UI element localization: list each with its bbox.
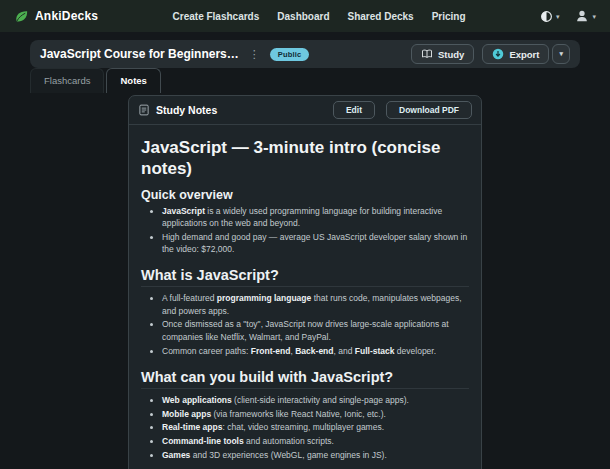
top-navbar: AnkiDecks Create Flashcards Dashboard Sh…	[0, 0, 610, 32]
deck-tabs: Flashcards Notes	[30, 68, 161, 93]
theme-toggle-button[interactable]: ▾	[540, 10, 560, 23]
note-bullet: High demand and good pay — average US Ja…	[162, 231, 469, 256]
book-icon	[421, 48, 433, 60]
section-heading: Quick overview	[141, 188, 469, 202]
export-menu-button[interactable]: ▾	[552, 44, 570, 64]
chevron-down-icon: ▾	[556, 13, 560, 20]
study-button[interactable]: Study	[411, 44, 474, 64]
note-bullet: Common career paths: Front-end, Back-end…	[162, 345, 469, 357]
download-pdf-button[interactable]: Download PDF	[386, 101, 472, 119]
deck-menu-button[interactable]: ⋮	[247, 48, 262, 61]
section-bullet-list: JavaScript is a widely used programming …	[141, 205, 469, 256]
note-bullet: Real-time apps: chat, video streaming, m…	[162, 421, 469, 433]
visibility-badge: Public	[270, 48, 310, 61]
navbar-actions: ▾ ▾	[540, 9, 596, 23]
edit-button[interactable]: Edit	[333, 101, 375, 119]
note-bullet: JavaScript is a widely used programming …	[162, 205, 469, 230]
nav-item-shared-decks[interactable]: Shared Decks	[348, 11, 414, 22]
export-button[interactable]: Export	[482, 44, 549, 64]
export-button-label: Export	[509, 49, 539, 60]
panel-title: Study Notes	[156, 104, 217, 116]
study-button-label: Study	[438, 49, 464, 60]
download-circle-icon	[492, 48, 504, 60]
notes-content: JavaScript — 3-minute intro (concise not…	[129, 125, 481, 469]
deck-header: JavaScript Course for Beginners… ⋮ Publi…	[30, 40, 580, 68]
deck-title: JavaScript Course for Beginners…	[40, 47, 239, 61]
study-notes-header: Study Notes Edit Download PDF	[129, 96, 481, 125]
chevron-down-icon: ▾	[559, 50, 563, 58]
export-split-button: Export ▾	[482, 44, 570, 64]
study-notes-card: Study Notes Edit Download PDF JavaScript…	[128, 95, 482, 469]
tab-notes[interactable]: Notes	[106, 68, 160, 93]
section-bullet-list: Web applications (client-side interactiv…	[141, 394, 469, 462]
leaf-icon	[14, 9, 29, 24]
chevron-down-icon: ▾	[592, 13, 596, 20]
notes-body: Quick overviewJavaScript is a widely use…	[141, 188, 469, 469]
theme-contrast-icon	[540, 10, 553, 23]
section-heading: What is JavaScript?	[141, 267, 469, 287]
note-bullet: Once dismissed as a "toy", JavaScript no…	[162, 318, 469, 343]
tab-flashcards[interactable]: Flashcards	[30, 68, 104, 93]
nav-item-create-flashcards[interactable]: Create Flashcards	[173, 11, 260, 22]
nav-item-pricing[interactable]: Pricing	[432, 11, 466, 22]
user-icon	[575, 9, 589, 23]
notes-title: JavaScript — 3-minute intro (concise not…	[141, 137, 469, 180]
note-bullet: Games and 3D experiences (WebGL, game en…	[162, 449, 469, 461]
section-heading: What can you build with JavaScript?	[141, 369, 469, 389]
note-bullet: Command-line tools and automation script…	[162, 435, 469, 447]
section-bullet-list: A full-featured programming language tha…	[141, 292, 469, 357]
brand-logo[interactable]: AnkiDecks	[14, 9, 98, 24]
note-bullet: Mobile apps (via frameworks like React N…	[162, 408, 469, 420]
nav-links: Create Flashcards Dashboard Shared Decks…	[173, 11, 466, 22]
note-bullet: Web applications (client-side interactiv…	[162, 394, 469, 406]
nav-item-dashboard[interactable]: Dashboard	[277, 11, 329, 22]
brand-name: AnkiDecks	[35, 9, 98, 23]
note-bullet: A full-featured programming language tha…	[162, 292, 469, 317]
user-menu-button[interactable]: ▾	[575, 9, 596, 23]
notes-icon	[138, 104, 150, 116]
